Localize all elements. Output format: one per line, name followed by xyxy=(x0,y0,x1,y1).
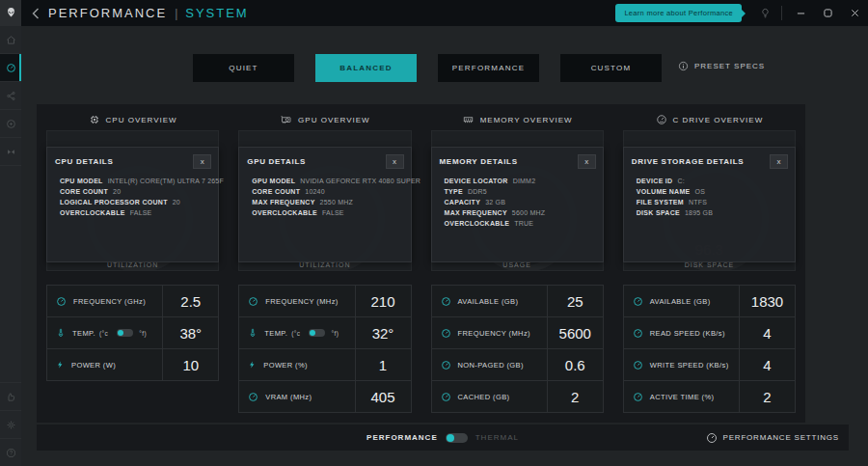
detail-label: FILE SYSTEM xyxy=(637,199,684,206)
stat-label-text: AVAILABLE (GB) xyxy=(650,297,711,306)
stat-value-cell: 38° xyxy=(162,317,218,348)
detail-label: OVERCLOCKABLE xyxy=(60,209,125,216)
cpu-details-close-button[interactable]: x xyxy=(193,154,211,169)
detail-row: LOGICAL PROCESSOR COUNT20 xyxy=(60,197,212,207)
stat-label-cell: FREQUENCY (GHz) xyxy=(47,286,162,316)
detail-row: DEVICE LOCATORDIMM2 xyxy=(445,176,597,186)
detail-row: TYPEDDR5 xyxy=(445,186,597,197)
temp-unit-toggle[interactable] xyxy=(117,329,133,337)
preset-specs[interactable]: PRESET SPECS xyxy=(678,61,765,71)
bolt-icon xyxy=(248,359,257,370)
cpu-overview-label: CPU OVERVIEW xyxy=(106,116,177,124)
sidebar-item-home[interactable] xyxy=(0,26,21,54)
temp-unit-fahrenheit: °f) xyxy=(331,330,339,337)
minimize-button[interactable] xyxy=(787,0,814,26)
stat-label-text: VRAM (MHz) xyxy=(265,393,312,401)
titlebar: PERFORMANCE | SYSTEM Learn more about Pe… xyxy=(0,0,868,26)
cpu-metric-label: UTILIZATION xyxy=(47,261,218,268)
system-overview-panel: CPU OVERVIEWUTILIZATIONCPU DETAILSxCPU M… xyxy=(37,104,805,423)
drive-metric-label: DISK SPACE xyxy=(624,261,795,268)
stat-label-cell: FREQUENCY (MHz) xyxy=(432,317,547,348)
detail-label: DEVICE ID xyxy=(637,178,673,184)
titlebar-separator xyxy=(781,6,782,20)
memory-details-rows: DEVICE LOCATORDIMM2TYPEDDR5CAPACITY32 GB… xyxy=(432,172,603,229)
detail-label: TYPE xyxy=(445,188,463,195)
gpu-details-close-button[interactable]: x xyxy=(386,154,404,169)
gauge-icon xyxy=(633,328,643,339)
stat-row: READ SPEED (KB/s)4 xyxy=(624,316,795,348)
detail-label: DEVICE LOCATOR xyxy=(445,178,508,184)
disc-icon xyxy=(6,119,16,129)
stat-value-cell: 32° xyxy=(355,317,411,348)
detail-row: GPU MODELNVIDIA GEFORCE RTX 4080 SUPER xyxy=(252,176,404,186)
lightbulb-icon[interactable] xyxy=(753,7,776,19)
stat-label-cell: AVAILABLE (GB) xyxy=(432,286,547,316)
performance-settings-button[interactable]: PERFORMANCE SETTINGS xyxy=(706,425,839,451)
detail-label: CPU MODEL xyxy=(60,178,103,184)
stat-label-text: FREQUENCY (MHz) xyxy=(458,329,530,338)
detail-value: TRUE xyxy=(514,220,533,227)
close-button[interactable] xyxy=(841,0,868,26)
sidebar-item-gauge[interactable] xyxy=(0,54,21,82)
stat-label-text: WRITE SPEED (KB/s) xyxy=(650,361,729,370)
cpu-details-header: CPU DETAILSx xyxy=(47,148,218,172)
stat-label-text: AVAILABLE (GB) xyxy=(458,297,519,306)
gauge-icon xyxy=(56,296,67,307)
titlebar-right: Learn more about Performance xyxy=(615,0,868,26)
tab-balanced[interactable]: BALANCED xyxy=(315,54,417,82)
gauge-icon xyxy=(441,296,451,307)
detail-value: FALSE xyxy=(322,209,344,216)
sidebar-item-fx[interactable] xyxy=(0,138,21,166)
page-title: PERFORMANCE xyxy=(48,6,167,20)
preset-specs-label: PRESET SPECS xyxy=(694,62,765,70)
stat-label-cell: AVAILABLE (GB) xyxy=(624,286,739,316)
detail-label: MAX FREQUENCY xyxy=(445,209,507,216)
drive-details-close-button[interactable]: x xyxy=(770,154,788,169)
gauge-icon xyxy=(248,296,258,307)
tab-performance[interactable]: PERFORMANCE xyxy=(438,54,539,82)
tab-quiet[interactable]: QUIET xyxy=(193,54,294,82)
stat-value-cell: 1830 xyxy=(739,286,795,316)
maximize-button[interactable] xyxy=(814,0,841,26)
memory-details-close-button[interactable]: x xyxy=(578,154,596,169)
sidebar-top xyxy=(0,26,21,166)
stat-label-cell: POWER (%) xyxy=(239,349,354,380)
detail-row: CORE COUNT20 xyxy=(60,186,212,197)
stat-row: ACTIVE TIME (%)2 xyxy=(624,380,795,412)
stat-value-cell: 2.5 xyxy=(162,286,218,316)
drive-details-rows: DEVICE IDC:VOLUME NAMEOSFILE SYSTEMNTFSD… xyxy=(624,172,795,218)
app-logo[interactable] xyxy=(0,0,21,26)
page-subtitle: SYSTEM xyxy=(185,6,248,20)
cpu-stats-table: FREQUENCY (GHz)2.5TEMP.(°c°f)38°POWER (W… xyxy=(46,285,219,381)
stat-row: POWER (W)10 xyxy=(47,348,218,380)
sidebar-item-gear[interactable] xyxy=(0,410,21,438)
temp-unit-celsius: (°c xyxy=(291,330,300,337)
detail-value: FALSE xyxy=(130,209,152,216)
tab-custom[interactable]: CUSTOM xyxy=(560,54,662,82)
drive-details-header: DRIVE STORAGE DETAILSx xyxy=(624,148,795,172)
temp-unit-celsius: (°c xyxy=(99,330,108,337)
sidebar-item-share[interactable] xyxy=(0,82,21,110)
stat-row: FREQUENCY (MHz)210 xyxy=(239,286,410,316)
sidebar xyxy=(0,26,21,466)
sidebar-item-thumbs-up[interactable] xyxy=(0,382,21,410)
stat-row: NON-PAGED (GB)0.6 xyxy=(432,348,603,380)
stat-value-cell: 2 xyxy=(547,381,603,412)
back-chevron-icon[interactable] xyxy=(32,8,40,19)
stat-value-cell: 1 xyxy=(355,349,411,380)
memory-overview-label: MEMORY OVERVIEW xyxy=(480,116,573,124)
sidebar-item-help[interactable] xyxy=(0,438,21,466)
detail-row: DEVICE IDC: xyxy=(637,176,789,186)
detail-value: DIMM2 xyxy=(513,178,536,184)
fx-icon xyxy=(6,147,16,157)
stat-label-cell: CACHED (GB) xyxy=(432,381,547,412)
cpu-column: CPU OVERVIEWUTILIZATIONCPU DETAILSxCPU M… xyxy=(37,104,229,423)
footer-bar: PERFORMANCE THERMAL PERFORMANCE SETTINGS xyxy=(37,425,849,451)
detail-row: CPU MODELINTEL(R) CORE(TM) ULTRA 7 265F xyxy=(60,176,212,186)
performance-thermal-toggle[interactable] xyxy=(446,433,468,443)
cpu-details-rows: CPU MODELINTEL(R) CORE(TM) ULTRA 7 265FC… xyxy=(47,172,218,218)
temp-unit-toggle[interactable] xyxy=(309,329,325,337)
sidebar-item-disc[interactable] xyxy=(0,110,21,138)
learn-more-callout[interactable]: Learn more about Performance xyxy=(615,4,742,22)
stat-label-cell: READ SPEED (KB/s) xyxy=(624,317,739,348)
